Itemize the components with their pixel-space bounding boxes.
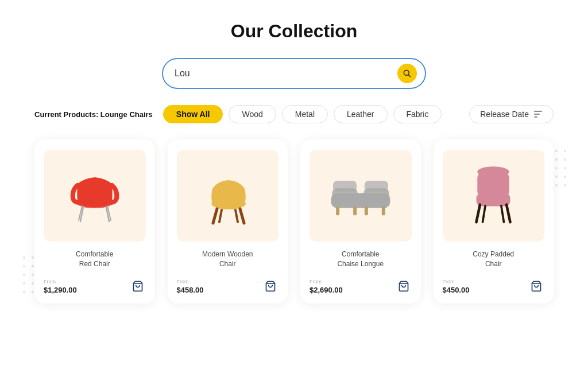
product-price-label-2: From (310, 279, 343, 285)
filter-btn-all[interactable]: Show All (163, 105, 223, 123)
search-bar-wrapper (34, 58, 554, 89)
product-price-value-2: $2,690.00 (310, 286, 343, 294)
product-price-value-1: $458.00 (177, 286, 204, 294)
svg-point-38 (555, 158, 558, 161)
product-image-1 (177, 150, 279, 242)
svg-point-6 (32, 256, 34, 259)
filter-bar: Current Products: Lounge Chairs Show All… (34, 105, 554, 123)
product-price-value-3: $450.00 (443, 286, 470, 294)
svg-point-16 (32, 274, 34, 276)
svg-line-81 (506, 205, 510, 222)
svg-rect-2 (534, 111, 542, 112)
filter-btn-leather[interactable]: Leather (334, 105, 387, 123)
search-bar (162, 58, 426, 89)
svg-point-43 (555, 167, 558, 169)
svg-rect-72 (336, 207, 339, 215)
product-card-3: Cozy Padded ChairFrom$450.00 (434, 139, 554, 303)
svg-line-80 (477, 205, 480, 222)
svg-point-33 (555, 150, 558, 152)
svg-point-49 (564, 176, 566, 178)
svg-point-21 (32, 282, 34, 285)
product-name-1: Modern Wooden Chair (202, 250, 253, 269)
svg-line-65 (235, 210, 238, 222)
svg-rect-3 (534, 114, 540, 115)
svg-rect-74 (353, 207, 357, 215)
svg-line-62 (213, 209, 217, 223)
svg-point-39 (564, 158, 566, 161)
svg-point-20 (23, 282, 25, 285)
svg-point-25 (23, 291, 25, 293)
svg-point-54 (564, 184, 566, 186)
product-price-block-3: From$450.00 (443, 279, 470, 294)
product-name-0: Comfortable Red Chair (76, 250, 113, 269)
page-title: Our Collection (34, 21, 554, 42)
svg-point-79 (478, 166, 509, 177)
product-price-label-1: From (177, 279, 204, 285)
svg-rect-4 (534, 116, 537, 118)
product-price-block-2: From$2,690.00 (310, 279, 343, 294)
filter-btn-wood[interactable]: Wood (229, 105, 276, 123)
svg-line-1 (408, 75, 411, 77)
product-price-block-1: From$458.00 (177, 279, 204, 294)
svg-point-53 (555, 184, 558, 186)
product-card-0: Comfortable Red ChairFrom$1,290.00 (34, 139, 155, 303)
svg-point-26 (32, 291, 34, 293)
svg-point-44 (564, 167, 566, 169)
product-card-2: Comfortable Chaise LongueFrom$2,690.00 (300, 139, 421, 303)
product-footer-1: From$458.00 (177, 278, 279, 294)
svg-line-82 (483, 206, 486, 223)
svg-point-15 (23, 274, 25, 276)
main-page: Our Collection Current Products: Lounge … (0, 0, 588, 366)
svg-rect-71 (365, 181, 388, 192)
sort-button[interactable]: Release Date (469, 105, 554, 123)
svg-point-48 (555, 176, 558, 178)
product-price-block-0: From$1,290.00 (44, 279, 77, 294)
svg-line-83 (501, 206, 504, 223)
product-footer-2: From$2,690.00 (310, 278, 412, 294)
svg-rect-73 (382, 207, 385, 215)
filter-buttons: Show AllWoodMetalLeatherFabric (163, 105, 442, 123)
search-input[interactable] (175, 68, 397, 79)
product-footer-0: From$1,290.00 (44, 278, 146, 294)
sort-label: Release Date (480, 110, 529, 119)
product-price-label-3: From (443, 279, 470, 285)
search-button[interactable] (397, 64, 417, 83)
add-to-cart-button-2[interactable] (396, 278, 412, 294)
product-card-1: Modern Wooden ChairFrom$458.00 (168, 139, 288, 303)
product-price-label-0: From (44, 279, 77, 285)
svg-rect-70 (333, 181, 357, 192)
product-image-0 (44, 150, 146, 242)
add-to-cart-button-0[interactable] (130, 278, 146, 294)
svg-rect-75 (365, 207, 368, 215)
svg-line-63 (240, 209, 244, 223)
add-to-cart-button-3[interactable] (528, 278, 544, 294)
product-image-3 (443, 150, 545, 242)
svg-point-5 (23, 256, 25, 259)
svg-point-34 (564, 150, 566, 152)
product-image-2 (310, 150, 412, 242)
svg-point-11 (32, 265, 34, 267)
filter-btn-fabric[interactable]: Fabric (393, 105, 442, 123)
products-grid: Comfortable Red ChairFrom$1,290.00 Moder… (34, 139, 554, 303)
add-to-cart-button-1[interactable] (262, 278, 278, 294)
product-name-3: Cozy Padded Chair (473, 250, 514, 269)
svg-line-64 (219, 210, 222, 222)
product-name-2: Comfortable Chaise Longue (337, 250, 384, 269)
current-products-label: Current Products: Lounge Chairs (34, 110, 153, 119)
filter-btn-metal[interactable]: Metal (282, 105, 328, 123)
product-footer-3: From$450.00 (443, 278, 545, 294)
svg-point-10 (23, 265, 25, 267)
product-price-value-0: $1,290.00 (44, 286, 77, 294)
